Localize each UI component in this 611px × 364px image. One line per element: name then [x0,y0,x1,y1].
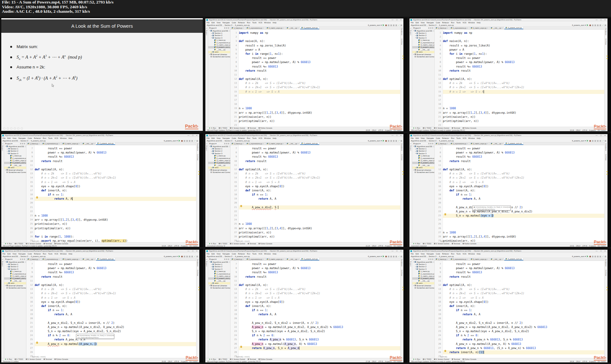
tab-close-icon[interactable]: × [502,27,503,29]
run-configuration-select[interactable]: 4_powers_sum ▾ [164,140,178,142]
menu-item[interactable]: Edit [416,137,419,139]
project-tree-item[interactable]: ▸Section 1 [208,32,230,34]
caret-position[interactable]: 15:25 [366,129,370,131]
editor-tab[interactable]: 1_hanoi.py× [231,27,245,29]
project-tree-item[interactable]: Scratches and Consoles [412,171,434,173]
project-tree-item[interactable]: __init__.py [412,164,434,166]
tab-close-icon[interactable]: × [263,27,264,29]
status-widget[interactable]: Git: master [598,129,606,131]
project-tree-item[interactable]: ▸External Libraries [412,284,434,287]
menu-item[interactable]: File [411,22,414,24]
panel-icon[interactable] [20,259,21,260]
project-tree-item[interactable]: ▾Section 3 [412,37,434,39]
project-tree-item[interactable]: ▸Section 2 [208,150,230,152]
menu-item[interactable]: Tools [456,22,461,24]
tab-close-icon[interactable]: × [298,27,299,29]
menu-item[interactable]: Tools [456,137,461,139]
run-button[interactable] [587,255,588,257]
menu-item[interactable]: Code [232,253,236,255]
menu-item[interactable]: File [207,253,210,255]
menu-item[interactable]: Window [60,253,67,255]
tab-close-icon[interactable]: × [39,258,40,260]
maximize-button[interactable]: □ [396,250,398,252]
panel-icon[interactable] [432,27,433,29]
toolbar-icon[interactable] [390,25,392,26]
run-button[interactable] [383,24,384,26]
toolbar-icon[interactable] [592,256,593,257]
editor-tab[interactable]: __init__.py× [490,258,505,261]
menu-item[interactable]: Refactor [238,22,245,24]
tool-stripe-label[interactable]: 1: Project [206,28,208,35]
editor-tab[interactable]: __init__.py× [286,142,301,145]
panel-icon[interactable] [428,143,430,144]
project-tree-item[interactable]: ▸External Libraries [4,284,26,287]
toolbar-icon[interactable] [594,25,596,26]
menu-item[interactable]: File [3,137,5,139]
editor-tab[interactable]: 1_hanoi.py× [26,258,41,261]
maximize-button[interactable]: □ [600,134,602,136]
panel-icon[interactable] [224,27,225,29]
editor-tab[interactable]: __init__.py× [82,258,96,261]
toolbar-icon[interactable] [594,140,596,142]
menu-item[interactable]: View [217,137,220,139]
close-button[interactable]: × [400,134,401,136]
panel-icon[interactable] [428,259,430,260]
menu-item[interactable]: Run [247,22,250,24]
panel-icon[interactable] [24,259,25,260]
menu-item[interactable]: Navigate [223,22,230,24]
status-widget[interactable]: Git: master [394,129,402,131]
breadcrumb-item[interactable]: Algorithms and DS [3,140,18,142]
menu-item[interactable]: View [421,137,424,139]
commit-icon[interactable]: ✓ [398,25,400,26]
menu-item[interactable]: Refactor [442,137,449,139]
project-tree-item[interactable]: ▸Section 2 [412,34,434,37]
project-tree-item[interactable]: __init__.py [412,280,434,282]
status-widget[interactable]: UTF-8 [378,360,383,362]
menu-item[interactable]: Help [477,253,480,255]
project-tree-item[interactable]: Scratches and Consoles [412,287,434,289]
menu-item[interactable]: Navigate [18,137,26,139]
status-widget[interactable]: 4 spaces [385,360,392,362]
menu-item[interactable]: Edit [416,253,419,255]
toolbar-icon[interactable] [600,140,601,142]
project-tree-item[interactable]: 2_expressions.py [208,157,230,159]
menu-item[interactable]: View [12,137,16,139]
project-tree-item[interactable]: Scratches and Consoles [208,171,230,173]
panel-icon[interactable] [224,143,225,144]
status-widget[interactable]: 4 spaces [589,129,596,131]
debug-button[interactable] [589,25,591,26]
tab-close-icon[interactable]: × [502,258,503,260]
close-button[interactable]: × [604,19,606,21]
editor-tab[interactable]: 3_matrix_expo.py× [266,142,286,145]
menu-item[interactable]: Tools [252,22,257,24]
toolbar-icon[interactable] [597,140,599,142]
commit-icon[interactable]: ✓ [602,140,604,142]
editor-tab[interactable]: 3_matrix_expo.py× [61,258,82,261]
menu-item[interactable]: Help [477,137,480,139]
status-widget[interactable]: UTF-8 [582,129,587,131]
menu-item[interactable]: Refactor [34,137,41,139]
tool-stripe-label[interactable]: Database [401,28,403,35]
editor-tab[interactable]: 2_expressions.py× [41,142,61,145]
tool-stripe-label[interactable]: SciView [605,270,607,276]
breadcrumb-item[interactable]: 4_powers_sum.py [235,255,250,257]
editor-tab[interactable]: 3_matrix_expo.py× [266,27,286,29]
menu-item[interactable]: Refactor [442,22,449,24]
editor-tab[interactable]: 2_expressions.py× [450,142,470,145]
menu-item[interactable]: Help [68,253,72,255]
tab-close-icon[interactable]: × [59,143,60,145]
menu-item[interactable]: Tools [456,253,461,255]
project-tree-item[interactable]: 3_matrix_expo.py [208,159,230,161]
menu-item[interactable]: Run [451,253,454,255]
run-button[interactable] [179,255,180,257]
status-widget[interactable]: 4 spaces [589,360,596,362]
status-widget[interactable]: 4 spaces [181,245,188,247]
project-tree-item[interactable]: 3_matrix_expo.py [208,44,230,46]
menu-item[interactable]: Navigate [427,253,434,255]
breadcrumb-item[interactable]: Algorithms and DS [411,140,426,142]
menu-item[interactable]: VCS [463,253,466,255]
breadcrumb-item[interactable]: 4_powers_sum.py [235,24,250,26]
editor-tab[interactable]: 3_matrix_expo.py× [470,258,490,261]
tool-stripe-label[interactable]: 1: Project [410,28,412,35]
breadcrumb-item[interactable]: 4_powers_sum.py [235,140,250,142]
